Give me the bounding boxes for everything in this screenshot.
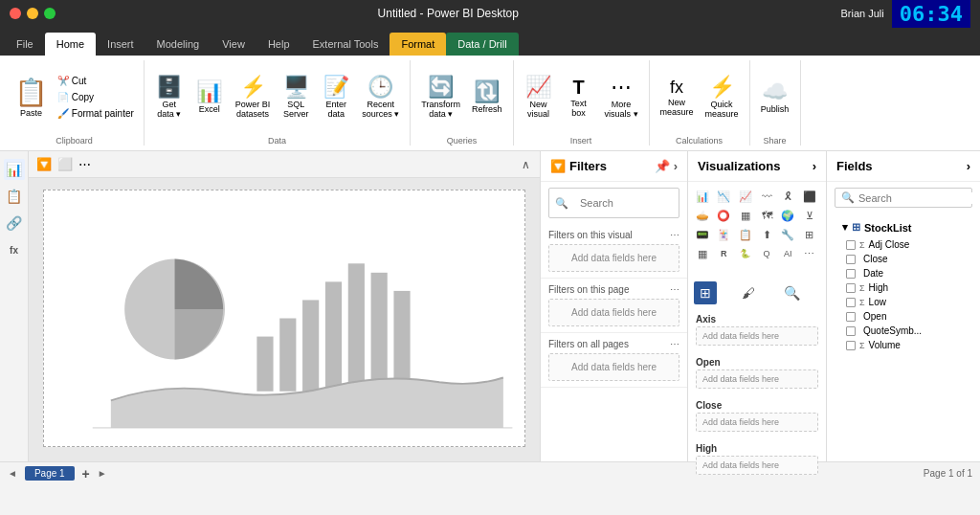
- tab-view[interactable]: View: [211, 33, 256, 56]
- viz-funnel-icon[interactable]: ⊻: [801, 207, 818, 224]
- sidebar-report-icon[interactable]: 📊: [4, 159, 25, 180]
- paste-button[interactable]: 📋 Paste: [11, 73, 52, 122]
- fields-search-input[interactable]: [855, 192, 980, 204]
- excel-button[interactable]: 📊 Excel: [190, 78, 229, 117]
- tab-data-drill[interactable]: Data / Drill: [446, 33, 518, 56]
- viz-column-icon[interactable]: 📉: [715, 188, 732, 205]
- fields-collapse-icon[interactable]: ▾: [842, 221, 848, 234]
- fields-expand-icon[interactable]: ›: [967, 159, 970, 173]
- viz-qna-icon[interactable]: Q: [758, 245, 775, 262]
- viz-area-icon[interactable]: 〰: [758, 188, 775, 205]
- field-checkbox-open[interactable]: [846, 312, 856, 322]
- refresh-button[interactable]: 🔃 Refresh: [467, 78, 507, 117]
- viz-analytics-icon[interactable]: 🔍: [781, 281, 804, 304]
- field-checkbox-quotesymb[interactable]: [846, 326, 856, 336]
- win-controls[interactable]: [10, 8, 56, 19]
- tab-format[interactable]: Format: [390, 33, 446, 56]
- canvas-inner[interactable]: [43, 190, 525, 447]
- viz-card-icon[interactable]: 🃏: [715, 226, 732, 243]
- viz-r-icon[interactable]: R: [715, 245, 732, 262]
- get-data-button[interactable]: 🗄️ Getdata ▾: [150, 74, 189, 122]
- field-item-quotesymb[interactable]: QuoteSymb...: [835, 324, 972, 338]
- cut-button[interactable]: ✂️ Cut: [54, 74, 138, 88]
- field-checkbox-close[interactable]: [846, 255, 856, 264]
- sidebar-data-icon[interactable]: 📋: [4, 186, 25, 207]
- field-item-open[interactable]: Open: [835, 309, 972, 324]
- field-item-date[interactable]: Date: [835, 266, 972, 280]
- field-checkbox-high[interactable]: [846, 283, 856, 293]
- tab-insert[interactable]: Insert: [96, 33, 145, 56]
- publish-button[interactable]: ☁️ Publish: [756, 78, 794, 117]
- viz-axis-drop[interactable]: Add data fields here: [696, 326, 818, 346]
- minimize-btn[interactable]: [27, 8, 38, 19]
- field-checkbox-low[interactable]: [846, 298, 856, 307]
- fields-search-container[interactable]: 🔍: [827, 182, 980, 213]
- viz-map-icon[interactable]: 🗺: [758, 207, 775, 224]
- tab-help[interactable]: Help: [256, 33, 301, 56]
- filter-search-input[interactable]: [576, 197, 665, 209]
- viz-bar-icon[interactable]: 📊: [694, 188, 711, 205]
- viz-slicer-icon[interactable]: 🔧: [779, 226, 796, 243]
- viz-ribbon-icon[interactable]: 🎗: [779, 188, 796, 205]
- enter-data-button[interactable]: 📝 Enterdata: [317, 74, 355, 122]
- viz-close-drop[interactable]: Add data fields here: [696, 413, 818, 432]
- viz-high-drop[interactable]: Add data fields here: [696, 456, 818, 475]
- close-btn[interactable]: [10, 8, 21, 19]
- nav-left-icon[interactable]: ◄: [8, 468, 17, 479]
- new-visual-button[interactable]: 📈 Newvisual: [520, 74, 558, 122]
- more-visuals-button[interactable]: ⋯ Morevisuals ▾: [600, 74, 643, 122]
- copy-button[interactable]: 📄 Copy: [54, 90, 138, 104]
- filter-visual-more[interactable]: ⋯: [670, 230, 679, 240]
- viz-ai-icon[interactable]: AI: [779, 245, 796, 262]
- field-checkbox-date[interactable]: [846, 269, 856, 279]
- text-box-button[interactable]: T Textbox: [560, 75, 598, 121]
- recent-sources-button[interactable]: 🕒 Recentsources ▾: [357, 74, 404, 122]
- field-item-adj-close[interactable]: Σ Adj Close: [835, 237, 972, 252]
- viz-filled-map-icon[interactable]: 🌍: [779, 207, 796, 224]
- viz-pie-icon[interactable]: 🥧: [694, 207, 711, 224]
- filter-all-drop[interactable]: Add data fields here: [548, 353, 679, 381]
- tab-home[interactable]: Home: [45, 33, 96, 56]
- collapse-top-icon[interactable]: ∧: [520, 156, 532, 173]
- canvas-area[interactable]: 🔽 ⬜ ⋯ ∧: [29, 151, 540, 461]
- filter-pin-icon[interactable]: 📌: [655, 159, 670, 173]
- field-checkbox-adj-close[interactable]: [846, 240, 856, 250]
- new-measure-button[interactable]: fx Newmeasure: [656, 76, 699, 120]
- nav-right-icon[interactable]: ►: [98, 468, 107, 479]
- sql-server-button[interactable]: 🖥️ SQLServer: [277, 74, 315, 122]
- tab-external-tools[interactable]: External Tools: [301, 33, 390, 56]
- transform-data-button[interactable]: 🔄 Transformdata ▾: [416, 74, 465, 122]
- viz-py-icon[interactable]: 🐍: [737, 245, 754, 262]
- viz-format-icon[interactable]: 🖌: [737, 281, 760, 304]
- powerbi-datasets-button[interactable]: ⚡ Power BIdatasets: [231, 74, 276, 122]
- viz-table-icon[interactable]: ⊞: [801, 226, 818, 243]
- filter-visual-drop[interactable]: Add data fields here: [548, 244, 679, 272]
- filter-page-drop[interactable]: Add data fields here: [548, 299, 679, 326]
- filter-search-container[interactable]: 🔍: [541, 182, 687, 224]
- viz-multicard-icon[interactable]: 📋: [737, 226, 754, 243]
- field-checkbox-volume[interactable]: [846, 341, 856, 350]
- field-item-volume[interactable]: Σ Volume: [835, 338, 972, 352]
- field-item-low[interactable]: Σ Low: [835, 295, 972, 309]
- viz-gauge-icon[interactable]: 📟: [694, 226, 711, 243]
- fields-table-header[interactable]: ▾ ⊞ StockList: [835, 217, 972, 237]
- filter-page-more[interactable]: ⋯: [670, 284, 679, 295]
- viz-expand-icon[interactable]: ›: [813, 159, 816, 173]
- viz-treemap-icon[interactable]: ▦: [737, 207, 754, 224]
- viz-matrix-icon[interactable]: ▦: [694, 245, 711, 262]
- add-page-button[interactable]: +: [82, 466, 90, 481]
- viz-kpi-icon[interactable]: ⬆: [758, 226, 775, 243]
- viz-line-icon[interactable]: 📈: [737, 188, 754, 205]
- sidebar-dax-icon[interactable]: fx: [4, 239, 25, 260]
- field-item-close[interactable]: Close: [835, 252, 972, 266]
- filter-expand-icon[interactable]: ›: [674, 159, 678, 173]
- viz-donut-icon[interactable]: ⭕: [715, 207, 732, 224]
- viz-more-icon[interactable]: ⋯: [801, 245, 818, 262]
- maximize-btn[interactable]: [44, 8, 56, 19]
- viz-open-drop[interactable]: Add data fields here: [696, 369, 818, 389]
- viz-scatter-icon[interactable]: ⬛: [801, 188, 818, 205]
- quick-measure-button[interactable]: ⚡ Quickmeasure: [701, 74, 744, 122]
- field-item-high[interactable]: Σ High: [835, 280, 972, 295]
- sidebar-model-icon[interactable]: 🔗: [4, 213, 25, 234]
- format-painter-button[interactable]: 🖌️ Format painter: [54, 106, 138, 121]
